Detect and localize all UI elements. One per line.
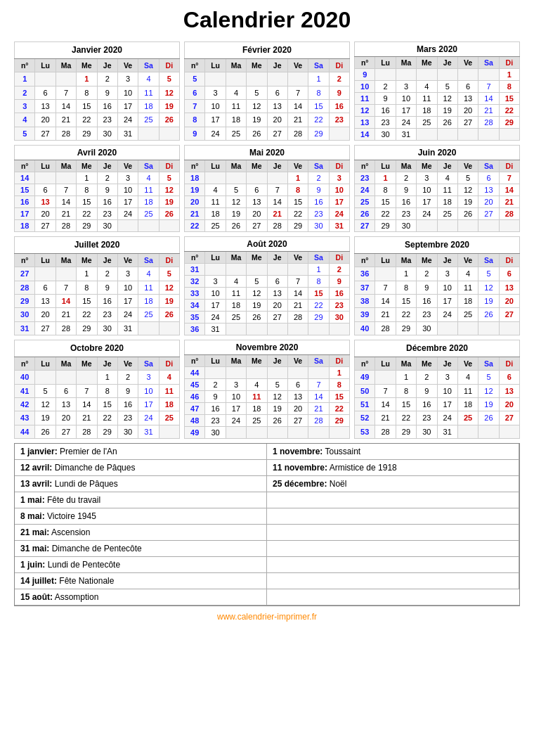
holidays-section: 1 janvier: Premier de l'An1 novembre: To… [14,443,520,606]
holiday-right-4 [267,508,519,525]
holiday-right-0: 1 novembre: Toussaint [267,444,519,460]
holiday-left-2: 13 avril: Lundi de Pâques [15,476,267,492]
holiday-left-0: 1 janvier: Premier de l'An [15,444,267,460]
month-table-12: Décembre 2020n°LuMaMeJeVeSaDi49123456507… [354,340,520,439]
holiday-right-3 [267,492,519,508]
month-table-5: Mai 2020n°LuMaMeJeVeSaDi1812319456789102… [184,145,350,232]
page-title: Calendrier 2020 [14,7,520,33]
holiday-right-2: 25 décembre: Noël [267,476,519,492]
holiday-right-5 [267,525,519,541]
footer[interactable]: www.calendrier-imprimer.fr [14,612,520,622]
holiday-left-9: 15 août: Assomption [15,589,267,606]
month-table-11: Novembre 2020n°LuMaMeJeVeSaDi44145234567… [184,340,350,439]
month-table-2: Février 2020n°LuMaMeJeVeSaDi512634567897… [184,41,350,141]
holiday-left-4: 8 mai: Victoire 1945 [15,508,267,525]
holiday-right-7 [267,557,519,573]
month-table-1: Janvier 2020n°LuMaMeJeVeSaDi112345267891… [14,41,180,141]
holiday-left-1: 12 avril: Dimanche de Pâques [15,460,267,476]
month-table-10: Octobre 2020n°LuMaMeJeVeSaDi401234415678… [14,340,180,439]
holiday-left-3: 1 mai: Fête du travail [15,492,267,508]
holiday-left-8: 14 juillet: Fête Nationale [15,573,267,589]
month-table-8: Août 2020n°LuMaMeJeVeSaDi311232345678933… [184,236,350,335]
calendars-grid: Janvier 2020n°LuMaMeJeVeSaDi112345267891… [14,41,520,439]
holiday-right-9 [267,589,519,606]
month-table-6: Juin 2020n°LuMaMeJeVeSaDi231234567248910… [354,145,520,232]
holiday-right-1: 11 novembre: Armistice de 1918 [267,460,519,476]
holiday-right-6 [267,541,519,557]
month-table-3: Mars 2020n°LuMaMeJeVeSaDi911023456781191… [354,41,520,141]
month-table-7: Juillet 2020n°LuMaMeJeVeSaDi271234528678… [14,236,180,335]
holiday-right-8 [267,573,519,589]
month-table-9: Septembre 2020n°LuMaMeJeVeSaDi3612345637… [354,236,520,335]
holiday-left-7: 1 juin: Lundi de Pentecôte [15,557,267,573]
holidays-grid: 1 janvier: Premier de l'An1 novembre: To… [15,444,519,606]
holiday-left-5: 21 mai: Ascension [15,525,267,541]
holiday-left-6: 31 mai: Dimanche de Pentecôte [15,541,267,557]
month-table-4: Avril 2020n°LuMaMeJeVeSaDi14123451567891… [14,145,180,232]
